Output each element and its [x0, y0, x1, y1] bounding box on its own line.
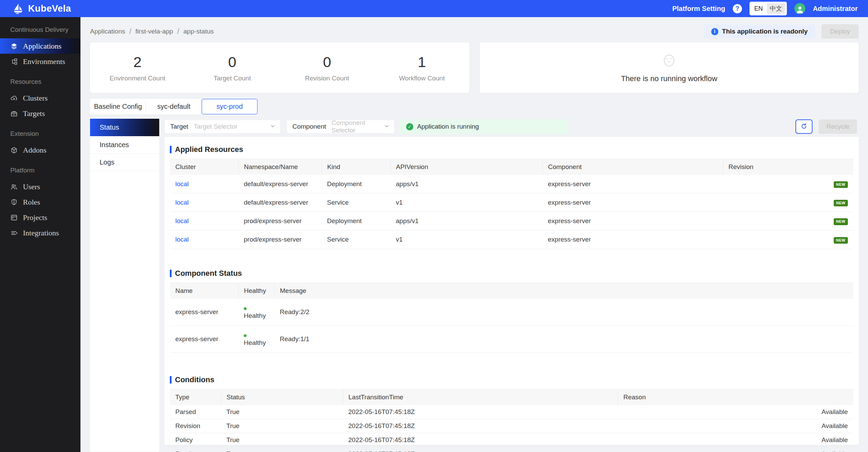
brand[interactable]: KubeVela — [12, 3, 71, 14]
col-cluster: Cluster — [170, 159, 238, 175]
cell-type: Policy — [170, 433, 221, 447]
person-icon — [795, 4, 805, 14]
cell-component: express-server — [542, 193, 723, 212]
cell-last-transition-time: 2022-05-16T07:45:18Z — [343, 419, 618, 433]
shield-icon — [10, 198, 18, 206]
breadcrumb-app-name[interactable]: first-vela-app — [136, 28, 173, 35]
cloud-download-icon — [10, 94, 18, 102]
component-select[interactable]: Component Component Selector — [287, 120, 394, 133]
tab-syc-prod[interactable]: syc-prod — [202, 99, 257, 114]
cell-reason: Available — [618, 447, 853, 452]
tab-baseline-config[interactable]: Baseline Config — [90, 99, 146, 114]
cluster-link[interactable]: local — [175, 199, 189, 206]
status-content: Target Target Selector Component Compone… — [164, 119, 859, 445]
lang-en-button[interactable]: EN — [752, 4, 766, 13]
cell-namespace-name: default/express-server — [238, 193, 322, 212]
sidebar-item-environments[interactable]: Environments — [0, 54, 80, 69]
sidebar-item-roles[interactable]: Roles — [0, 194, 80, 210]
kubevela-app: KubeVela Platform Setting ? EN 中文 Admini… — [0, 0, 868, 452]
sidebar-item-targets[interactable]: Targets — [0, 106, 80, 121]
summary-cards: 2 Environment Count 0 Target Count 0 Rev… — [80, 42, 868, 93]
sidebar-item-label: Roles — [23, 198, 40, 207]
cell-component: express-server — [542, 175, 723, 193]
sidebar-item-clusters[interactable]: Clusters — [0, 90, 80, 106]
user-avatar[interactable] — [794, 3, 805, 14]
col-namespace-name: Namespace/Name — [238, 159, 322, 175]
sidebar-item-label: Users — [23, 182, 40, 191]
table-row: local prod/express-server Service v1 exp… — [170, 230, 853, 249]
new-badge: NEW — [834, 218, 848, 225]
title-accent-bar — [170, 146, 172, 153]
healthy-text: Healthy — [244, 312, 266, 319]
stat-workflow-count: 1 Workflow Count — [375, 54, 469, 82]
list-lines-icon — [10, 229, 18, 237]
sidebar-item-projects[interactable]: Projects — [0, 210, 80, 225]
col-apiversion: APIVersion — [390, 159, 542, 175]
cell-status: True — [221, 447, 343, 452]
help-icon[interactable]: ? — [733, 4, 742, 13]
breadcrumb-applications[interactable]: Applications — [90, 28, 125, 35]
stat-value: 2 — [90, 54, 185, 70]
sidebar-item-applications[interactable]: Applications — [0, 38, 80, 54]
col-kind: Kind — [322, 159, 390, 175]
col-type: Type — [170, 389, 221, 405]
section-title: Component Status — [170, 266, 853, 283]
platform-setting-link[interactable]: Platform Setting — [672, 5, 725, 13]
cluster-link[interactable]: local — [175, 236, 189, 243]
environments-icon — [10, 58, 18, 65]
workflow-panel: There is no running workflow — [480, 42, 859, 93]
sidebar-item-integrations[interactable]: Integrations — [0, 225, 80, 241]
cluster-link[interactable]: local — [175, 217, 189, 224]
col-lasttransitiontime: LastTransitionTime — [343, 389, 618, 405]
filter-bar: Target Target Selector Component Compone… — [164, 119, 859, 134]
sidebar-item-label: Projects — [23, 213, 47, 222]
chevron-down-icon — [377, 123, 389, 130]
table-row: local prod/express-server Deployment app… — [170, 212, 853, 230]
sidebar-item-label: Environments — [23, 57, 65, 66]
lang-zh-button[interactable]: 中文 — [767, 3, 785, 14]
sidebar-item-addons[interactable]: Addons — [0, 142, 80, 158]
tab-syc-default[interactable]: syc-default — [146, 99, 202, 114]
cell-last-transition-time: 2022-05-16T07:45:18Z — [343, 447, 618, 452]
sidebar-section-extension: Extension — [0, 121, 80, 142]
section-title: Applied Resources — [170, 142, 853, 159]
application-status-banner: ✓ Application is running — [400, 119, 568, 134]
new-badge: NEW — [834, 237, 848, 244]
sidebar-section-resources: Resources — [0, 69, 80, 90]
cell-namespace-name: default/express-server — [238, 175, 322, 193]
stat-value: 0 — [185, 54, 280, 70]
brand-name: KubeVela — [28, 3, 71, 14]
breadcrumb-current: app-status — [184, 28, 214, 35]
table-row: Policy True 2022-05-16T07:45:18Z Availab… — [170, 433, 853, 447]
cell-kind: Service — [322, 230, 390, 249]
cell-namespace-name: prod/express-server — [238, 230, 322, 249]
subnav-item-logs[interactable]: Logs — [90, 154, 159, 171]
cell-apiversion: v1 — [390, 230, 542, 249]
healthy-text: Healthy — [244, 339, 266, 346]
page-head: Applications / first-vela-app / app-stat… — [80, 21, 868, 42]
recycle-button[interactable]: Recycle — [819, 119, 857, 134]
target-select[interactable]: Target Target Selector — [164, 120, 280, 133]
sidebar-item-users[interactable]: Users — [0, 179, 80, 194]
cell-reason: Available — [618, 433, 853, 447]
breadcrumb-separator: / — [177, 27, 179, 36]
cell-type: Render — [170, 447, 221, 452]
stat-environment-count: 2 Environment Count — [90, 54, 185, 82]
component-select-placeholder: Component Selector — [331, 119, 377, 134]
col-status: Status — [221, 389, 343, 405]
deploy-button[interactable]: Deploy — [821, 24, 859, 39]
component-status-table: Name Healthy Message express-server Heal… — [170, 283, 853, 353]
window-icon — [10, 214, 18, 221]
user-name[interactable]: Administrator — [813, 5, 858, 13]
cluster-link[interactable]: local — [175, 180, 189, 188]
healthy-dot-icon — [244, 334, 247, 337]
applied-resources-table: Cluster Namespace/Name Kind APIVersion C… — [170, 159, 853, 249]
col-revision: Revision — [723, 159, 853, 175]
chevron-down-icon — [263, 123, 275, 130]
cell-status: True — [221, 419, 343, 433]
refresh-button[interactable] — [795, 119, 813, 134]
subnav-item-instances[interactable]: Instances — [90, 136, 159, 154]
subnav-item-status[interactable]: Status — [90, 119, 159, 136]
applied-resources-title: Applied Resources — [175, 145, 243, 154]
topbar: KubeVela Platform Setting ? EN 中文 Admini… — [0, 0, 868, 17]
